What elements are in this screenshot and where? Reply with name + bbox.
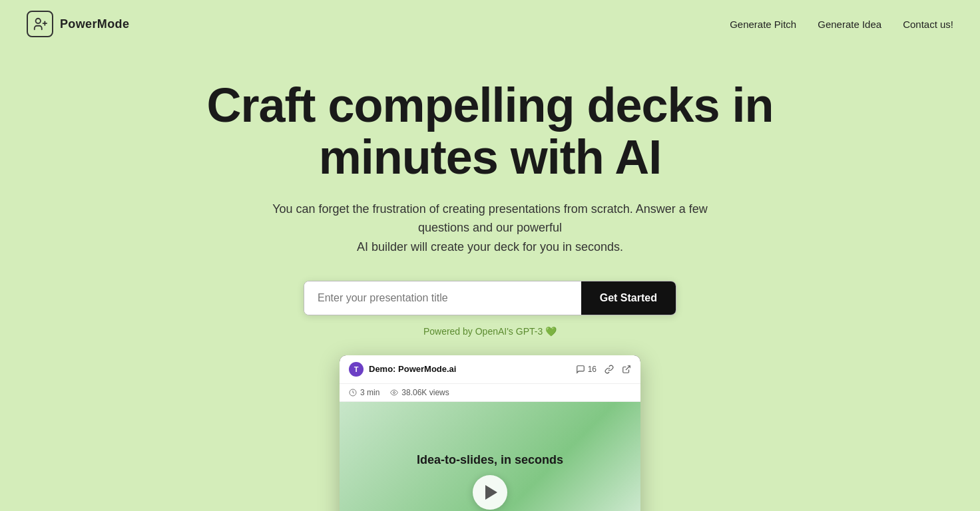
svg-line-3 — [626, 366, 630, 370]
loom-views: 38.06K views — [390, 388, 449, 397]
loom-topbar-right: 16 — [576, 365, 631, 374]
logo-svg — [33, 17, 47, 31]
hero-subtitle-line2: AI builder will create your deck for you… — [357, 240, 623, 254]
get-started-button[interactable]: Get Started — [581, 281, 676, 315]
hero-title: Craft compelling decks in minutes with A… — [124, 80, 856, 184]
loom-duration: 3 min — [349, 388, 379, 397]
link-icon — [605, 365, 614, 374]
eye-icon — [390, 389, 398, 397]
hero-section: Craft compelling decks in minutes with A… — [0, 48, 980, 511]
video-thumbnail: Idea-to-slides, in seconds Powered by 🌸 … — [340, 402, 640, 511]
input-row: Get Started — [13, 281, 967, 315]
loom-meta-bar: 3 min 38.06K views — [340, 384, 640, 402]
loom-video-title: Demo: PowerMode.ai — [369, 364, 456, 374]
svg-point-0 — [36, 19, 41, 23]
comment-icon — [576, 365, 585, 374]
navigation: PowerMode Generate Pitch Generate Idea C… — [0, 0, 980, 48]
loom-avatar: T — [349, 362, 364, 377]
hero-subtitle-line1: You can forget the frustration of creati… — [272, 202, 708, 235]
video-thumbnail-title: Idea-to-slides, in seconds — [417, 453, 563, 467]
nav-generate-pitch[interactable]: Generate Pitch — [730, 19, 796, 30]
loom-comments-btn[interactable]: 16 — [576, 365, 597, 374]
loom-topbar-left: T Demo: PowerMode.ai — [349, 362, 456, 377]
play-button[interactable] — [473, 475, 507, 510]
logo[interactable]: PowerMode — [27, 11, 129, 37]
powered-by-text: Powered by OpenAI's GPT-3 💚 — [13, 326, 967, 337]
logo-text: PowerMode — [60, 17, 129, 31]
svg-point-5 — [393, 391, 395, 393]
hero-subtitle: You can forget the frustration of creati… — [264, 200, 716, 257]
nav-contact-us[interactable]: Contact us! — [903, 19, 953, 30]
external-link-icon — [622, 365, 631, 374]
video-container: T Demo: PowerMode.ai 16 — [13, 355, 967, 511]
loom-duration-text: 3 min — [360, 388, 379, 397]
clock-icon — [349, 389, 357, 397]
loom-comments-count: 16 — [588, 365, 597, 374]
loom-link-btn[interactable] — [605, 365, 614, 374]
loom-topbar: T Demo: PowerMode.ai 16 — [340, 355, 640, 384]
presentation-title-input[interactable] — [304, 281, 581, 315]
nav-links: Generate Pitch Generate Idea Contact us! — [730, 19, 953, 30]
loom-external-btn[interactable] — [622, 365, 631, 374]
logo-icon — [27, 11, 53, 37]
video-frame: T Demo: PowerMode.ai 16 — [340, 355, 640, 511]
nav-generate-idea[interactable]: Generate Idea — [818, 19, 881, 30]
loom-views-text: 38.06K views — [401, 388, 449, 397]
input-wrapper: Get Started — [304, 281, 676, 315]
